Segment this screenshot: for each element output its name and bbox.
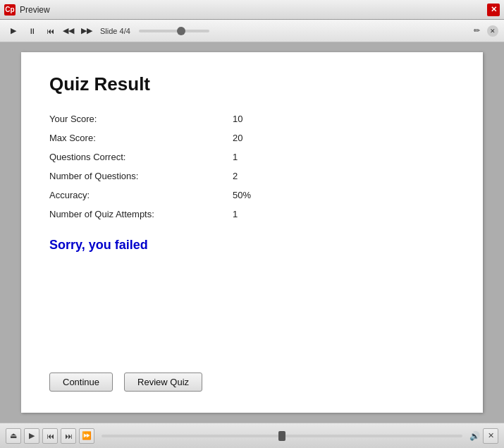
rewind-button[interactable]: ◀◀	[61, 23, 76, 39]
window-close-button[interactable]: ✕	[487, 4, 500, 16]
title-bar: Cp Preview ✕	[0, 0, 504, 20]
score-value: 1	[233, 209, 238, 219]
play-button[interactable]: ▶	[6, 23, 21, 39]
score-row: Accuracy:50%	[49, 186, 455, 205]
score-value: 20	[233, 133, 242, 143]
bottom-play-button[interactable]: ▶	[24, 428, 39, 444]
continue-button[interactable]: Continue	[49, 373, 113, 392]
score-label: Number of Quiz Attempts:	[49, 209, 233, 219]
to-start-button[interactable]: ⏮	[42, 23, 58, 39]
slide-content: Quiz Result Your Score:10Max Score:20Que…	[21, 52, 483, 413]
bottom-ff-button[interactable]: ⏩	[79, 428, 94, 444]
top-toolbar: ▶ ⏸ ⏮ ◀◀ ▶▶ Slide 4/4 ✏ ✕	[0, 20, 504, 42]
score-row: Max Score:20	[49, 128, 455, 147]
action-buttons: Continue Review Quiz	[49, 373, 455, 392]
score-value: 50%	[233, 190, 251, 200]
pause-button[interactable]: ⏸	[24, 23, 39, 39]
score-row: Questions Correct:1	[49, 147, 455, 167]
bottom-scrubber[interactable]	[102, 435, 462, 437]
slide-scrubber-thumb[interactable]	[177, 27, 185, 35]
close-circle-button[interactable]: ✕	[487, 25, 498, 37]
eject-button[interactable]: ⏏	[6, 428, 21, 444]
bottom-close-button[interactable]: ✕	[483, 428, 498, 444]
main-area: Quiz Result Your Score:10Max Score:20Que…	[0, 42, 504, 423]
score-value: 10	[233, 114, 242, 124]
score-label: Max Score:	[49, 133, 233, 143]
bottom-next-button[interactable]: ⏭	[61, 428, 76, 444]
score-table: Your Score:10Max Score:20Questions Corre…	[49, 109, 455, 224]
score-value: 1	[233, 152, 238, 162]
slide-scrubber[interactable]	[139, 30, 209, 32]
slide-label: Slide 4/4	[100, 27, 130, 35]
pencil-button[interactable]: ✏	[469, 23, 484, 39]
score-label: Questions Correct:	[49, 152, 233, 162]
bottom-scrubber-thumb[interactable]	[278, 431, 285, 441]
score-label: Number of Questions:	[49, 171, 233, 181]
fast-forward-button[interactable]: ▶▶	[79, 23, 94, 39]
volume-icon: 🔊	[469, 431, 480, 441]
score-value: 2	[233, 171, 238, 181]
review-quiz-button[interactable]: Review Quiz	[124, 373, 202, 392]
score-row: Number of Quiz Attempts:1	[49, 205, 455, 224]
bottom-toolbar: ⏏ ▶ ⏮ ⏭ ⏩ 🔊 ✕	[0, 423, 504, 448]
score-label: Your Score:	[49, 114, 233, 124]
fail-message: Sorry, you failed	[49, 238, 455, 253]
score-label: Accuracy:	[49, 190, 233, 200]
score-row: Your Score:10	[49, 109, 455, 128]
quiz-result-title: Quiz Result	[49, 73, 455, 95]
bottom-prev-button[interactable]: ⏮	[42, 428, 58, 444]
window-title: Preview	[20, 5, 483, 15]
score-row: Number of Questions:2	[49, 167, 455, 186]
app-icon: Cp	[4, 4, 16, 16]
